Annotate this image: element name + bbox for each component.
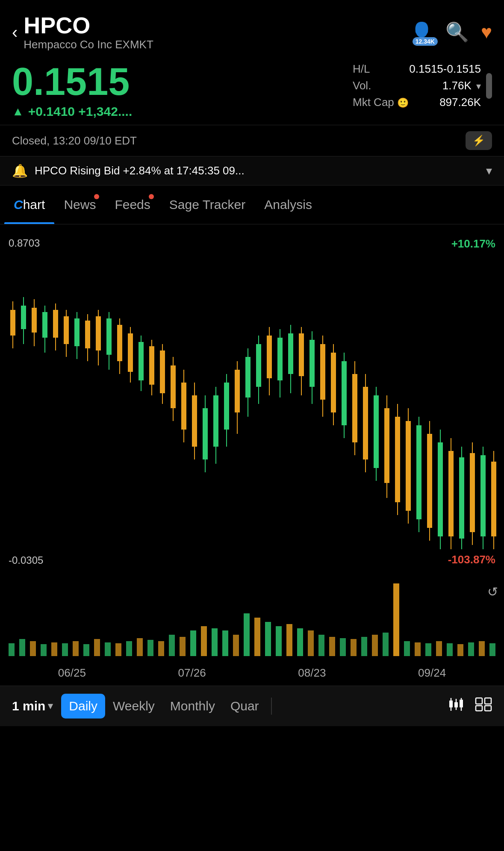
- vol-label: Vol.: [353, 79, 371, 92]
- ticker-info: HPCO Hempacco Co Inc EXMKT: [24, 13, 153, 51]
- chart-percent-high: +10.17%: [451, 237, 495, 250]
- period-monthly-button[interactable]: Monthly: [162, 694, 223, 718]
- svg-rect-128: [372, 635, 378, 656]
- svg-rect-26: [139, 342, 144, 380]
- svg-text:↺: ↺: [487, 585, 498, 599]
- svg-rect-28: [149, 346, 154, 385]
- svg-rect-144: [454, 702, 458, 707]
- svg-rect-56: [299, 333, 304, 376]
- svg-rect-76: [406, 421, 411, 511]
- c-icon: C: [14, 197, 23, 212]
- svg-rect-123: [318, 635, 324, 656]
- svg-rect-106: [137, 638, 143, 656]
- period-quarterly-button[interactable]: Quar: [223, 694, 267, 718]
- svg-rect-142: [449, 701, 453, 707]
- svg-rect-105: [126, 641, 132, 656]
- svg-rect-12: [64, 316, 69, 344]
- svg-rect-100: [73, 641, 79, 656]
- scroll-indicator: [486, 73, 492, 99]
- svg-rect-116: [244, 613, 250, 656]
- svg-rect-111: [190, 630, 196, 656]
- alert-left: 🔔 HPCO Rising Bid +2.84% at 17:45:35 09.…: [12, 163, 245, 178]
- candlestick-tool-button[interactable]: [448, 697, 465, 715]
- time-chevron-icon: ▾: [48, 701, 53, 712]
- svg-rect-88: [470, 453, 475, 532]
- svg-rect-4: [21, 306, 26, 329]
- change-text: +0.1410 +1,342....: [28, 104, 133, 119]
- svg-rect-112: [201, 626, 207, 656]
- svg-rect-102: [94, 639, 100, 656]
- lightning-icon: ⚡: [472, 135, 485, 146]
- status-text: Closed, 13:20 09/10 EDT: [12, 134, 137, 147]
- svg-rect-6: [32, 308, 37, 333]
- date-labels: 06/25 07/26 08/23 09/24: [0, 660, 504, 686]
- chart-percent-low: -103.87%: [448, 553, 495, 566]
- bell-icon: 🔔: [12, 163, 28, 178]
- svg-rect-129: [383, 633, 389, 656]
- svg-rect-138: [479, 641, 485, 656]
- volume-chart: ↺: [0, 575, 504, 660]
- svg-rect-120: [286, 624, 292, 656]
- svg-rect-109: [169, 635, 175, 656]
- search-button[interactable]: 🔍: [445, 21, 469, 43]
- svg-rect-130: [393, 583, 399, 656]
- ticker-symbol: HPCO: [24, 13, 153, 38]
- time-label: 1 min: [12, 699, 45, 713]
- user-badge: 12.34K: [413, 37, 438, 46]
- tab-feeds[interactable]: Feeds: [105, 186, 159, 224]
- tab-analysis[interactable]: Analysis: [255, 186, 321, 224]
- svg-rect-34: [181, 383, 186, 430]
- svg-rect-97: [41, 644, 47, 656]
- hl-row: H/L 0.1515-0.1515: [353, 62, 481, 76]
- vol-value: 1.76K ▾: [442, 79, 481, 92]
- svg-rect-146: [460, 700, 463, 707]
- svg-rect-66: [352, 374, 357, 442]
- nav-tabs: Chart News Feeds Sage Tracker Analysis: [0, 186, 504, 224]
- svg-rect-54: [288, 333, 293, 374]
- svg-rect-58: [309, 340, 315, 387]
- svg-rect-44: [235, 370, 240, 412]
- svg-rect-118: [265, 622, 271, 656]
- svg-rect-8: [42, 312, 47, 338]
- svg-rect-150: [485, 706, 491, 711]
- back-button[interactable]: ‹: [12, 23, 18, 42]
- favorite-button[interactable]: ♥: [481, 21, 492, 43]
- svg-rect-131: [404, 641, 410, 656]
- svg-rect-136: [457, 644, 463, 656]
- period-weekly-button[interactable]: Weekly: [105, 694, 162, 718]
- ticker-name: Hempacco Co Inc EXMKT: [24, 38, 153, 51]
- svg-rect-10: [53, 310, 58, 338]
- svg-rect-46: [245, 357, 251, 398]
- svg-rect-90: [480, 455, 486, 536]
- svg-rect-24: [128, 333, 133, 372]
- svg-rect-70: [374, 395, 379, 468]
- chart-area: 0.8703 +10.17% -0.0305 -103.87%: [0, 224, 504, 575]
- tab-chart[interactable]: Chart: [4, 186, 54, 224]
- alert-bar[interactable]: 🔔 HPCO Rising Bid +2.84% at 17:45:35 09.…: [0, 156, 504, 186]
- tab-news[interactable]: News: [54, 186, 105, 224]
- grid-tool-button[interactable]: [475, 697, 492, 715]
- lightning-button[interactable]: ⚡: [466, 131, 492, 150]
- current-price: 0.1515: [12, 62, 132, 101]
- mktcap-label: Mkt Cap 🙂: [353, 96, 409, 109]
- svg-rect-139: [489, 643, 495, 656]
- svg-rect-121: [297, 628, 303, 656]
- period-daily-button[interactable]: Daily: [61, 694, 105, 718]
- grid-icon: [475, 697, 492, 712]
- user-icon-wrap[interactable]: 👤 12.34K: [410, 21, 433, 43]
- svg-rect-122: [308, 630, 314, 656]
- svg-rect-2: [10, 310, 15, 336]
- tab-sage-tracker[interactable]: Sage Tracker: [160, 186, 255, 224]
- svg-rect-94: [9, 643, 15, 656]
- svg-rect-117: [254, 618, 260, 656]
- time-selector-button[interactable]: 1 min ▾: [12, 699, 53, 713]
- svg-rect-95: [19, 639, 25, 656]
- svg-rect-18: [96, 316, 101, 350]
- svg-rect-114: [222, 630, 228, 656]
- svg-rect-42: [224, 383, 229, 430]
- svg-rect-96: [30, 641, 36, 656]
- svg-rect-127: [361, 637, 367, 656]
- svg-rect-125: [340, 638, 346, 656]
- vol-row: Vol. 1.76K ▾: [353, 79, 481, 92]
- alert-text: HPCO Rising Bid +2.84% at 17:45:35 09...: [35, 164, 245, 177]
